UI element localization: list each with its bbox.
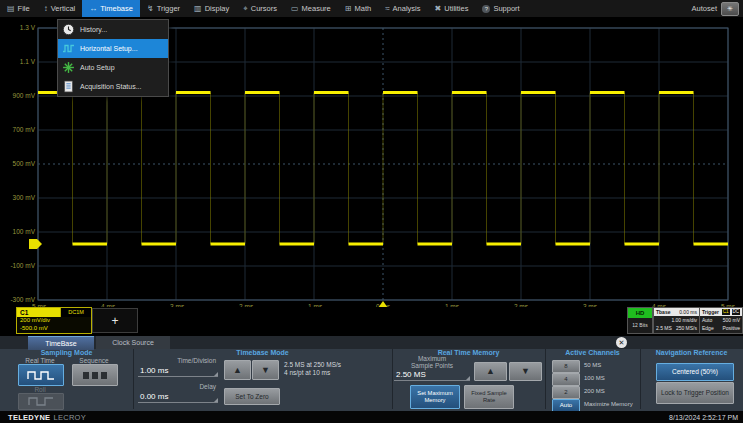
menu-math[interactable]: ⊞Math <box>338 0 378 17</box>
max-sample-points-underline <box>394 380 470 381</box>
sequence-button[interactable] <box>72 364 118 386</box>
time-division-up-button[interactable]: ▲ <box>224 360 251 380</box>
delay-underline <box>138 402 218 403</box>
memory-rate-info: 2.5 MS at 250 MS/s 4 ns/pt at 10 ms <box>284 361 341 378</box>
autoset-icon: ✳ <box>721 2 739 16</box>
down-arrow-icon: ▼ <box>261 366 270 375</box>
svg-text:1 ms: 1 ms <box>445 303 460 307</box>
svg-text:-3 ms: -3 ms <box>168 303 185 307</box>
roll-button[interactable] <box>18 393 64 410</box>
section-divider <box>640 349 641 409</box>
close-dialog-button[interactable]: ✕ <box>616 337 627 348</box>
support-icon: ? <box>482 5 490 13</box>
channels-8-label: 50 MS <box>584 362 601 368</box>
channels-4-button[interactable]: 4 <box>552 373 580 386</box>
real-time-waveform-icon <box>27 370 55 381</box>
timebase-dialog: TimeBase Clock Source ✕ Sampling Mode Re… <box>0 336 743 411</box>
set-to-zero-button[interactable]: Set To Zero <box>224 388 280 405</box>
timebase-title: Tbase <box>656 308 670 316</box>
time-division-underline <box>138 376 218 377</box>
brand-logo: TELEDYNELECROY <box>5 413 86 422</box>
real-time-button[interactable] <box>18 364 64 386</box>
hd-bits: 12 Bits <box>628 318 652 332</box>
add-trace-button[interactable]: + <box>92 308 138 333</box>
file-icon: ▤ <box>7 5 15 13</box>
menu-display[interactable]: ▥Display <box>187 0 236 17</box>
svg-text:900 mV: 900 mV <box>13 92 36 99</box>
svg-text:3 ms: 3 ms <box>583 303 598 307</box>
lock-to-trigger-button[interactable]: Lock to Trigger Position <box>656 382 734 404</box>
autoset-button[interactable]: Autoset✳ <box>688 0 743 17</box>
delay-label: Delay <box>136 383 216 390</box>
menu-file[interactable]: ▤File <box>0 0 37 17</box>
trigger-type: Edge <box>702 324 714 332</box>
time-division-down-button[interactable]: ▼ <box>252 360 279 380</box>
max-sample-points-label-2: Sample Points <box>396 362 468 369</box>
display-icon: ▥ <box>194 5 202 13</box>
trigger-coupling-badge: DC <box>732 309 741 315</box>
up-arrow-icon: ▲ <box>233 366 242 375</box>
menu-vertical[interactable]: ↕Vertical <box>37 0 83 17</box>
time-division-label: Time/Division <box>136 357 216 364</box>
time-division-value[interactable]: 1.00 ms <box>140 366 168 375</box>
max-sample-points-value[interactable]: 2.50 MS <box>396 370 426 379</box>
svg-text:1.3 V: 1.3 V <box>20 24 36 31</box>
max-sample-points-label-1: Maximum <box>396 355 468 362</box>
svg-text:2 ms: 2 ms <box>514 303 529 307</box>
set-maximum-memory-button[interactable]: Set Maximum Memory <box>410 385 460 409</box>
menu-item-auto-setup[interactable]: Auto Setup <box>58 58 168 77</box>
trigger-descriptor[interactable]: Trigger C1 DC Auto 500 mV Edge Positive <box>699 307 743 334</box>
svg-text:-4 ms: -4 ms <box>99 303 116 307</box>
tab-timebase[interactable]: TimeBase <box>28 336 94 350</box>
utilities-icon: ✖ <box>435 5 442 13</box>
menu-item-history[interactable]: History... <box>58 20 168 39</box>
section-divider <box>545 349 546 409</box>
svg-text:-2 ms: -2 ms <box>237 303 254 307</box>
channel-c1-descriptor[interactable]: C1 DC1M 200 mV/div -500.0 mV <box>16 307 92 334</box>
delay-value[interactable]: 0.00 ms <box>140 392 168 401</box>
memory-down-button[interactable]: ▼ <box>509 362 542 381</box>
channels-8-button[interactable]: 8 <box>552 360 580 373</box>
svg-text:-1 ms: -1 ms <box>306 303 323 307</box>
trigger-title: Trigger <box>702 308 719 316</box>
hd-label: HD <box>628 308 652 318</box>
menu-utilities[interactable]: ✖Utilities <box>428 0 476 17</box>
active-channels-header: Active Channels <box>545 349 640 356</box>
svg-text:-300 mV: -300 mV <box>10 296 35 303</box>
trigger-level: 500 mV <box>723 316 740 324</box>
channel-offset: -500.0 mV <box>17 325 91 333</box>
trigger-slope: Positive <box>722 324 740 332</box>
menu-support[interactable]: ?Support <box>475 0 526 17</box>
menu-analysis[interactable]: ≈Analysis <box>378 0 427 17</box>
channel-name: C1 <box>17 308 60 317</box>
centered-button[interactable]: Centered (50%) <box>656 363 734 381</box>
menu-item-horizontal-setup[interactable]: Horizontal Setup... <box>58 39 168 58</box>
menu-item-acquisition-status[interactable]: Acquisition Status... <box>58 77 168 96</box>
timebase-icon: ↔ <box>89 5 97 13</box>
timebase-position: 0.00 ms <box>679 308 697 316</box>
tab-clock-source[interactable]: Clock Source <box>96 336 170 349</box>
hd-mode-badge[interactable]: HD 12 Bits <box>627 307 653 334</box>
measure-icon: ▭ <box>291 5 299 13</box>
vertical-icon: ↕ <box>44 5 48 13</box>
menu-trigger[interactable]: ↯Trigger <box>140 0 187 17</box>
channel-offset-marker[interactable] <box>29 239 42 249</box>
trigger-icon: ↯ <box>147 5 154 13</box>
memory-up-button[interactable]: ▲ <box>474 362 507 381</box>
dialog-tab-row: TimeBase Clock Source ✕ <box>0 336 743 349</box>
timebase-dropdown-menu: History... Horizontal Setup... Auto Setu… <box>57 19 169 97</box>
menu-measure[interactable]: ▭Measure <box>284 0 338 17</box>
section-divider <box>392 349 393 409</box>
analysis-icon: ≈ <box>385 5 389 13</box>
channels-2-button[interactable]: 2 <box>552 386 580 399</box>
horizontal-setup-icon <box>62 42 75 55</box>
timebase-descriptor[interactable]: Tbase 0.00 ms 1.00 ms/div 2.5 MS 250 MS/… <box>653 307 700 334</box>
channel-coupling: DC1M <box>60 308 91 317</box>
math-icon: ⊞ <box>345 5 352 13</box>
timebase-rate: 250 MS/s <box>676 324 697 332</box>
svg-text:100 mV: 100 mV <box>13 228 36 235</box>
menu-timebase[interactable]: ↔Timebase <box>82 0 140 17</box>
navigation-reference-header: Navigation Reference <box>640 349 743 356</box>
fixed-sample-rate-button[interactable]: Fixed Sample Rate <box>464 385 514 409</box>
menu-cursors[interactable]: ⌖Cursors <box>236 0 284 17</box>
